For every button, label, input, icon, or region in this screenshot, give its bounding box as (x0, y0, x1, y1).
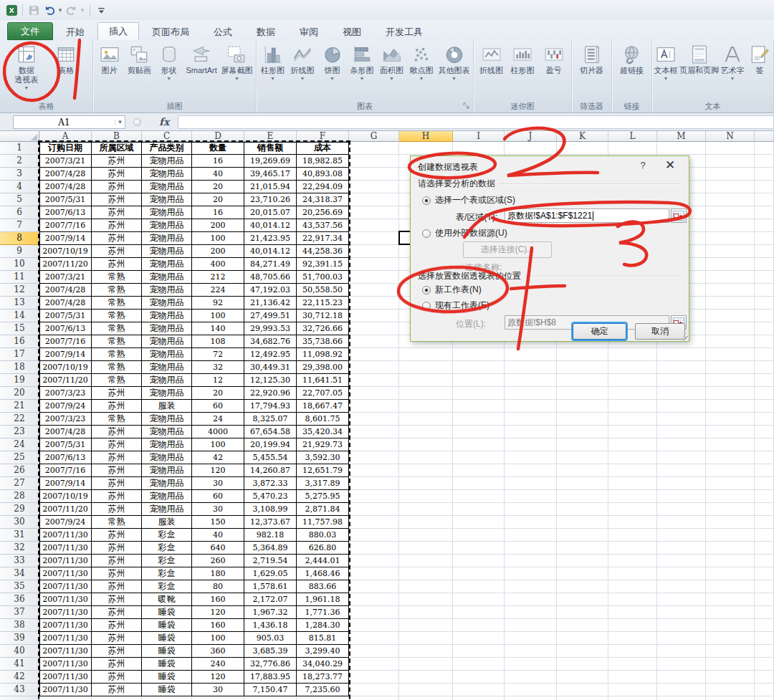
cell[interactable]: 100 (192, 310, 244, 322)
empty-cell[interactable] (399, 477, 453, 490)
cell[interactable]: 8,601.75 (297, 413, 349, 426)
cell[interactable]: 2007/9/24 (39, 516, 92, 529)
cell[interactable]: 60 (192, 490, 244, 503)
cell[interactable]: 1,629.05 (244, 567, 297, 580)
cell[interactable]: 100 (192, 438, 244, 451)
cell[interactable]: 20 (192, 193, 244, 206)
row-header-6[interactable]: 6 (0, 206, 39, 219)
cell[interactable]: 30 (192, 477, 244, 490)
row-header-13[interactable]: 13 (0, 297, 39, 310)
row-header-24[interactable]: 24 (0, 438, 39, 451)
cell[interactable]: 2007/11/30 (39, 632, 92, 645)
cell[interactable]: 苏州 (92, 219, 142, 232)
empty-cell[interactable] (557, 516, 608, 529)
ribbon-button-sparkline-line[interactable]: 折线图 (478, 42, 505, 77)
close-icon[interactable]: ✕ (663, 158, 677, 173)
cell[interactable]: 2007/11/30 (39, 619, 92, 632)
row-header-28[interactable]: 28 (0, 490, 39, 503)
cell[interactable]: 苏州 (92, 232, 142, 245)
cell[interactable]: 宠物用品 (142, 490, 192, 503)
cell[interactable]: 苏州 (92, 503, 142, 516)
empty-cell[interactable] (349, 671, 399, 684)
empty-cell[interactable] (399, 645, 453, 658)
cell[interactable]: 苏州 (92, 555, 142, 567)
cell[interactable]: 2007/11/20 (39, 258, 92, 271)
empty-cell[interactable] (505, 348, 557, 361)
cell[interactable]: 160 (192, 619, 244, 632)
empty-cell[interactable] (557, 503, 608, 516)
cell[interactable]: 服装 (142, 516, 192, 529)
empty-cell[interactable] (453, 361, 505, 374)
empty-cell[interactable] (657, 671, 706, 684)
cell[interactable]: 22,115.23 (297, 297, 349, 310)
empty-cell[interactable] (608, 696, 657, 700)
tab-view[interactable]: 视图 (331, 23, 373, 40)
cell[interactable]: 67,654.58 (244, 426, 297, 438)
empty-cell[interactable] (706, 348, 755, 361)
cell[interactable]: 3,108.99 (244, 503, 297, 516)
empty-cell[interactable] (706, 503, 755, 516)
cell[interactable]: 34,040.29 (297, 658, 349, 671)
cell[interactable]: 睡袋 (142, 658, 192, 671)
cell[interactable]: 22,917.34 (297, 232, 349, 245)
save-icon[interactable] (27, 3, 41, 17)
cell[interactable]: 2007/6/13 (39, 451, 92, 464)
empty-cell[interactable] (755, 696, 774, 700)
empty-cell[interactable] (557, 438, 608, 451)
row-header-35[interactable]: 35 (0, 580, 39, 593)
cell[interactable]: 51,700.03 (297, 271, 349, 284)
cell[interactable]: 2007/11/30 (39, 542, 92, 555)
empty-cell[interactable] (557, 142, 608, 155)
empty-cell[interactable] (657, 684, 706, 696)
row-header-2[interactable]: 2 (0, 155, 39, 168)
empty-cell[interactable] (505, 580, 557, 593)
cell[interactable]: 17,794.93 (244, 400, 297, 413)
cell[interactable]: 苏州 (92, 387, 142, 400)
cell[interactable]: 订购日期 (39, 142, 92, 155)
cell[interactable]: 40 (192, 168, 244, 181)
empty-cell[interactable] (657, 400, 706, 413)
cell[interactable]: 880.03 (297, 529, 349, 542)
empty-cell[interactable] (557, 400, 608, 413)
empty-cell[interactable] (349, 503, 399, 516)
empty-cell[interactable] (706, 193, 755, 206)
cell[interactable]: 12,492.95 (244, 348, 297, 361)
empty-cell[interactable] (755, 219, 774, 232)
empty-cell[interactable] (557, 451, 608, 464)
cell[interactable]: 宠物用品 (142, 258, 192, 271)
cell[interactable]: 2007/11/30 (39, 593, 92, 606)
empty-cell[interactable] (349, 413, 399, 426)
empty-cell[interactable] (453, 542, 505, 555)
empty-cell[interactable] (706, 284, 755, 297)
empty-cell[interactable] (557, 348, 608, 361)
cell[interactable]: 2007/9/14 (39, 477, 92, 490)
empty-cell[interactable] (349, 181, 399, 193)
cell[interactable]: 100 (192, 232, 244, 245)
cell[interactable]: 宠物用品 (142, 206, 192, 219)
cell[interactable]: 5,364.89 (244, 542, 297, 555)
cell[interactable]: 22,707.05 (297, 387, 349, 400)
empty-cell[interactable] (399, 451, 453, 464)
empty-cell[interactable] (557, 374, 608, 387)
empty-cell[interactable] (399, 632, 453, 645)
empty-cell[interactable] (706, 464, 755, 477)
empty-cell[interactable] (399, 658, 453, 671)
cell[interactable]: 80 (192, 580, 244, 593)
empty-cell[interactable] (657, 438, 706, 451)
empty-cell[interactable] (505, 619, 557, 632)
empty-cell[interactable] (505, 645, 557, 658)
undo-dropdown-icon[interactable]: ▼ (57, 7, 63, 14)
cell[interactable]: 24 (192, 413, 244, 426)
empty-cell[interactable] (706, 297, 755, 310)
empty-cell[interactable] (505, 374, 557, 387)
row-header-10[interactable]: 10 (0, 258, 39, 271)
row-header-29[interactable]: 29 (0, 503, 39, 516)
empty-cell[interactable] (608, 426, 657, 438)
dialog-launcher-icon[interactable] (463, 102, 472, 110)
empty-cell[interactable] (706, 529, 755, 542)
cell[interactable]: 44,258.36 (297, 245, 349, 258)
empty-cell[interactable] (706, 245, 755, 258)
empty-cell[interactable] (608, 477, 657, 490)
cell[interactable]: 苏州 (92, 619, 142, 632)
empty-cell[interactable] (706, 310, 755, 322)
